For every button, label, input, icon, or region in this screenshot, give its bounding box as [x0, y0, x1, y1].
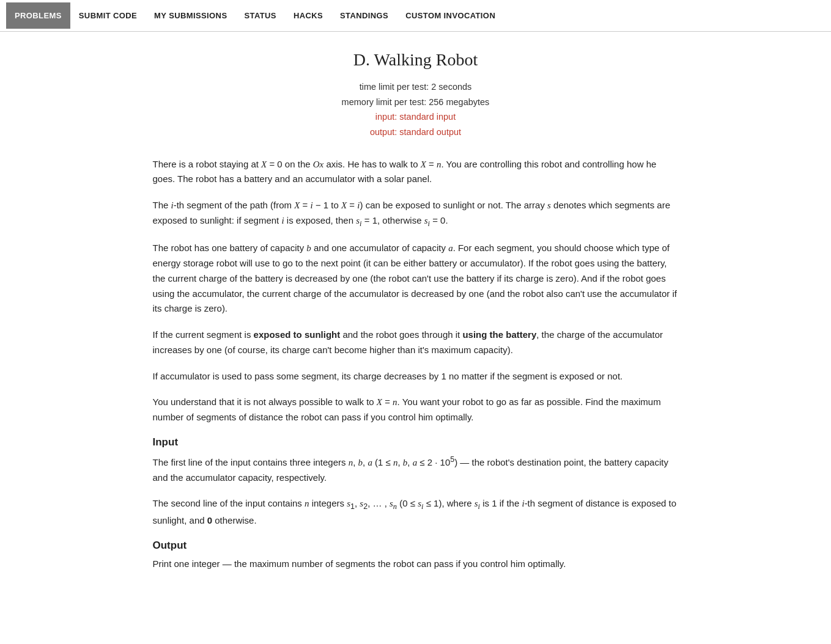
paragraph-3: The robot has one battery of capacity b …: [153, 241, 679, 317]
nav-my-submissions[interactable]: MY SUBMISSIONS: [146, 2, 235, 29]
nav-submit-code[interactable]: SUBMIT CODE: [70, 2, 146, 29]
nav-custom-invocation[interactable]: CUSTOM INVOCATION: [397, 2, 504, 29]
paragraph-2: The i-th segment of the path (from X = i…: [153, 198, 679, 230]
paragraph-4: If the current segment is exposed to sun…: [153, 327, 679, 358]
input-type: input: standard input: [153, 109, 679, 125]
memory-limit: memory limit per test: 256 megabytes: [153, 95, 679, 110]
navigation: PROBLEMS SUBMIT CODE MY SUBMISSIONS STAT…: [0, 0, 831, 32]
paragraph-6: You understand that it is not always pos…: [153, 395, 679, 425]
problem-title: D. Walking Robot: [153, 50, 679, 70]
output-type: output: standard output: [153, 125, 679, 140]
main-content: D. Walking Robot time limit per test: 2 …: [141, 32, 691, 607]
paragraph-1: There is a robot staying at X = 0 on the…: [153, 157, 679, 188]
input-section-title: Input: [153, 436, 679, 448]
input-paragraph-1: The first line of the input contains thr…: [153, 453, 679, 486]
problem-body: There is a robot staying at X = 0 on the…: [153, 157, 679, 572]
problem-meta: time limit per test: 2 seconds memory li…: [153, 79, 679, 140]
nav-hacks[interactable]: HACKS: [285, 2, 331, 29]
nav-problems[interactable]: PROBLEMS: [6, 2, 70, 29]
paragraph-5: If accumulator is used to pass some segm…: [153, 369, 679, 384]
input-paragraph-2: The second line of the input contains n …: [153, 496, 679, 528]
time-limit: time limit per test: 2 seconds: [153, 79, 679, 95]
nav-status[interactable]: STATUS: [235, 2, 284, 29]
output-paragraph-1: Print one integer — the maximum number o…: [153, 557, 679, 572]
nav-standings[interactable]: STANDINGS: [331, 2, 397, 29]
output-section-title: Output: [153, 540, 679, 552]
